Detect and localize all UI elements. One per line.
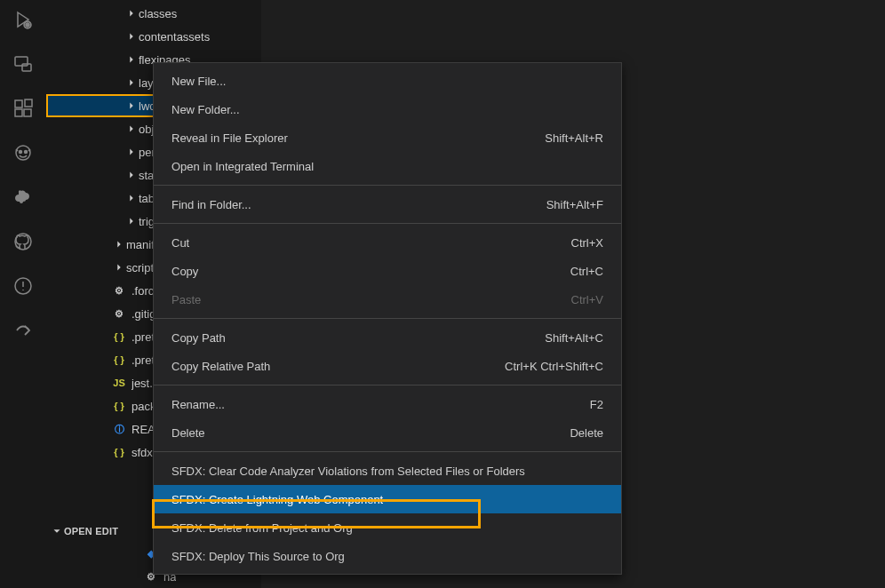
svg-rect-6 bbox=[25, 99, 32, 107]
chevron-right-icon bbox=[124, 99, 139, 113]
menu-item[interactable]: Copy PathShift+Alt+C bbox=[154, 323, 621, 352]
chevron-right-icon bbox=[124, 122, 139, 136]
svg-rect-5 bbox=[24, 109, 31, 116]
chevron-right-icon bbox=[124, 191, 139, 205]
chevron-down-icon bbox=[50, 524, 64, 538]
extensions-icon[interactable] bbox=[11, 96, 36, 121]
menu-separator bbox=[154, 318, 621, 319]
menu-item[interactable]: Copy Relative PathCtrl+K Ctrl+Shift+C bbox=[154, 352, 621, 380]
svg-rect-4 bbox=[15, 109, 22, 116]
chevron-right-icon bbox=[124, 52, 139, 67]
menu-shortcut: Ctrl+K Ctrl+Shift+C bbox=[505, 360, 603, 373]
menu-shortcut: F2 bbox=[590, 398, 603, 411]
menu-item[interactable]: CutCtrl+X bbox=[154, 228, 621, 257]
folder-label: contentassets bbox=[139, 30, 210, 44]
chevron-right-icon bbox=[124, 75, 139, 90]
menu-label: Paste bbox=[171, 293, 201, 306]
menu-item[interactable]: Open in Integrated Terminal bbox=[154, 152, 621, 180]
info-file-icon: ⓘ bbox=[112, 422, 126, 436]
menu-separator bbox=[154, 185, 621, 186]
github-icon[interactable] bbox=[11, 229, 36, 254]
chevron-right-icon bbox=[124, 6, 139, 20]
context-menu: New File...New Folder...Reveal in File E… bbox=[153, 62, 622, 575]
svg-rect-3 bbox=[15, 100, 22, 107]
menu-shortcut: Shift+Alt+C bbox=[545, 331, 603, 345]
svg-point-8 bbox=[20, 151, 22, 154]
js-file-icon: JS bbox=[112, 376, 126, 390]
svg-rect-2 bbox=[22, 64, 31, 71]
menu-item[interactable]: Rename...F2 bbox=[154, 390, 621, 418]
chevron-right-icon bbox=[124, 145, 139, 159]
share-icon[interactable] bbox=[11, 318, 36, 343]
menu-shortcut: Ctrl+X bbox=[571, 236, 603, 250]
chevron-right-icon bbox=[124, 214, 139, 228]
json-file-icon: { } bbox=[112, 330, 126, 344]
menu-shortcut: Delete bbox=[570, 426, 603, 440]
salesforce-icon[interactable] bbox=[11, 185, 36, 210]
menu-label: Delete bbox=[171, 426, 205, 440]
json-file-icon: { } bbox=[112, 445, 126, 459]
menu-label: SFDX: Delete from Project and Org bbox=[171, 521, 353, 535]
menu-label: Cut bbox=[171, 236, 189, 250]
menu-item[interactable]: New Folder... bbox=[154, 95, 621, 123]
run-debug-icon[interactable] bbox=[11, 7, 36, 32]
remote-icon[interactable] bbox=[11, 52, 36, 76]
generic-file-icon: ⚙ bbox=[112, 283, 126, 298]
folder-label: classes bbox=[139, 7, 177, 20]
json-file-icon: { } bbox=[112, 399, 126, 413]
menu-label: New File... bbox=[171, 75, 226, 88]
menu-shortcut: Ctrl+C bbox=[570, 265, 603, 278]
menu-item: PasteCtrl+V bbox=[154, 285, 621, 314]
menu-label: SFDX: Create Lightning Web Component bbox=[171, 493, 383, 506]
menu-shortcut: Shift+Alt+R bbox=[545, 131, 603, 145]
menu-shortcut: Shift+Alt+F bbox=[546, 198, 603, 211]
menu-item[interactable]: New File... bbox=[154, 67, 621, 95]
menu-separator bbox=[154, 451, 621, 452]
menu-label: Reveal in File Explorer bbox=[171, 131, 288, 145]
tree-folder[interactable]: contentassets bbox=[46, 25, 261, 48]
svg-point-9 bbox=[25, 151, 28, 154]
menu-item[interactable]: SFDX: Clear Code Analyzer Violations fro… bbox=[154, 457, 621, 485]
chevron-right-icon bbox=[124, 168, 139, 182]
menu-label: SFDX: Clear Code Analyzer Violations fro… bbox=[171, 465, 525, 478]
section-title: OPEN EDIT bbox=[64, 526, 118, 536]
menu-item[interactable]: Find in Folder...Shift+Alt+F bbox=[154, 190, 621, 219]
menu-label: Find in Folder... bbox=[171, 198, 251, 211]
menu-item[interactable]: SFDX: Create Lightning Web Component bbox=[154, 485, 621, 513]
menu-label: Open in Integrated Terminal bbox=[171, 160, 314, 173]
menu-label: Copy Path bbox=[171, 331, 226, 345]
json-file-icon: { } bbox=[112, 353, 126, 367]
menu-item[interactable]: DeleteDelete bbox=[154, 418, 621, 447]
menu-item[interactable]: SFDX: Delete from Project and Org bbox=[154, 513, 621, 542]
generic-file-icon: ⚙ bbox=[112, 306, 126, 321]
menu-item[interactable]: Reveal in File ExplorerShift+Alt+R bbox=[154, 123, 621, 152]
activity-bar bbox=[0, 0, 46, 588]
chevron-right-icon bbox=[112, 237, 126, 251]
menu-item[interactable]: SFDX: Deploy This Source to Org bbox=[154, 542, 621, 570]
menu-separator bbox=[154, 223, 621, 224]
menu-shortcut: Ctrl+V bbox=[571, 293, 603, 306]
tree-folder[interactable]: classes bbox=[46, 2, 261, 25]
menu-label: New Folder... bbox=[171, 103, 240, 116]
menu-label: SFDX: Deploy This Source to Org bbox=[171, 550, 345, 563]
menu-separator bbox=[154, 385, 621, 385]
chevron-right-icon bbox=[124, 29, 139, 44]
chevron-right-icon bbox=[112, 260, 126, 274]
menu-label: Copy bbox=[171, 265, 198, 278]
menu-item[interactable]: CopyCtrl+C bbox=[154, 257, 621, 285]
robot-icon[interactable] bbox=[11, 140, 36, 165]
menu-label: Copy Relative Path bbox=[171, 360, 270, 373]
menu-label: Rename... bbox=[171, 398, 225, 411]
alert-icon[interactable] bbox=[11, 274, 36, 298]
